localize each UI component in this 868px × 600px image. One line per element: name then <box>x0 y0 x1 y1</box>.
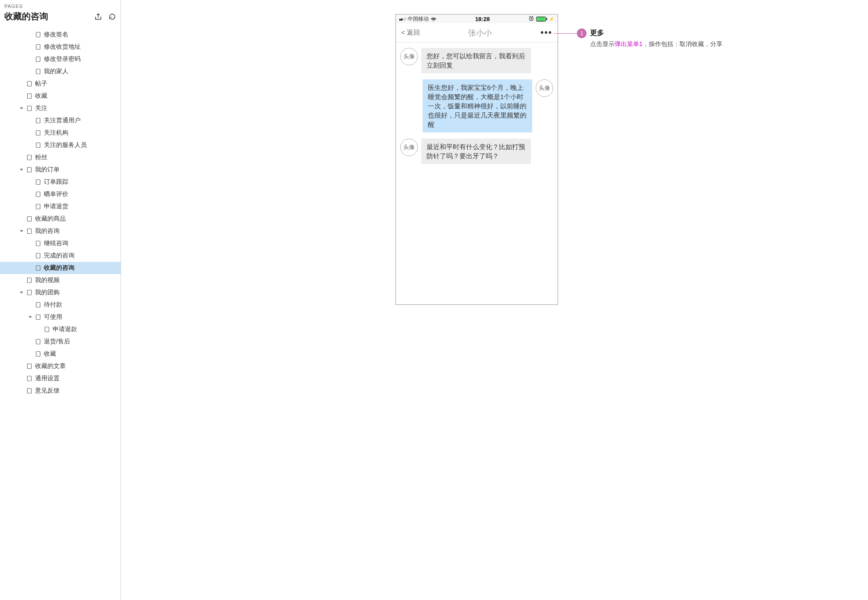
tree-item[interactable]: 我的团购 <box>0 286 121 299</box>
chevron-down-icon[interactable] <box>18 167 25 173</box>
tree-item[interactable]: 帖子 <box>0 78 121 90</box>
tree-item-label: 申请退货 <box>44 203 68 211</box>
more-button[interactable]: ••• <box>541 28 552 38</box>
svg-rect-14 <box>36 204 40 209</box>
tree-item[interactable]: 我的家人 <box>0 65 121 78</box>
tree-item[interactable]: 粉丝 <box>0 151 121 164</box>
message-bubble: 最近和平时有什么变化？比如打预防针了吗？要出牙了吗？ <box>421 139 531 164</box>
tree-item[interactable]: 收藏的文章 <box>0 360 121 372</box>
tree-item[interactable]: 意见反馈 <box>0 385 121 397</box>
tree-item-label: 帖子 <box>35 80 47 88</box>
file-icon <box>26 289 32 296</box>
file-icon <box>26 81 32 87</box>
tree-item-label: 我的团购 <box>35 289 60 296</box>
tree-item[interactable]: 关注机构 <box>0 127 121 139</box>
file-icon <box>35 56 41 62</box>
tree-item[interactable]: 修改收货地址 <box>0 41 121 53</box>
tree-item-label: 收藏的咨询 <box>44 264 75 272</box>
tree-item[interactable]: 申请退款 <box>0 323 121 336</box>
tree-item[interactable]: 收藏 <box>0 90 121 102</box>
tree-item-label: 晒单评价 <box>44 190 68 198</box>
svg-rect-1 <box>36 45 40 50</box>
tree-item[interactable]: 晒单评价 <box>0 188 121 200</box>
tree-item[interactable]: 我的订单 <box>0 164 121 176</box>
svg-rect-25 <box>36 339 40 344</box>
file-icon <box>35 351 41 357</box>
tree-item[interactable]: 可使用 <box>0 311 121 323</box>
chevron-down-icon[interactable] <box>27 314 33 320</box>
file-icon <box>35 204 41 210</box>
file-icon <box>26 228 32 234</box>
tree-item[interactable]: 通用设置 <box>0 372 121 385</box>
file-icon <box>35 314 41 320</box>
file-icon <box>26 93 32 99</box>
file-icon <box>26 216 32 222</box>
chevron-down-icon[interactable] <box>18 105 25 111</box>
file-icon <box>26 375 32 382</box>
back-button[interactable]: < 返回 <box>401 29 420 37</box>
battery-icon <box>536 17 547 21</box>
page-title: 收藏的咨询 <box>4 11 48 22</box>
file-icon <box>35 32 41 38</box>
tree-item[interactable]: 继续咨询 <box>0 237 121 250</box>
tree-item[interactable]: 修改签名 <box>0 29 121 41</box>
tree-item[interactable]: 关注普通用户 <box>0 114 121 127</box>
tree-item[interactable]: 关注的服务人员 <box>0 139 121 151</box>
file-icon <box>35 240 41 246</box>
svg-rect-26 <box>36 352 40 357</box>
avatar: 头像 <box>400 139 418 156</box>
share-icon[interactable] <box>94 13 102 21</box>
device-frame: 中国移动 18:28 ⚡ < 返回 张小小 ••• <box>395 14 558 305</box>
tree-item-label: 收藏 <box>35 92 47 100</box>
tree-item-label: 关注机构 <box>44 129 68 137</box>
tree-item[interactable]: 订单跟踪 <box>0 176 121 188</box>
pages-tree[interactable]: 修改签名修改收货地址修改登录密码我的家人帖子收藏关注关注普通用户关注机构关注的服… <box>0 25 121 600</box>
file-icon <box>35 265 41 271</box>
tree-item[interactable]: 关注 <box>0 102 121 114</box>
svg-rect-8 <box>36 131 40 136</box>
tree-item[interactable]: 收藏的商品 <box>0 213 121 225</box>
tree-item[interactable]: 修改登录密码 <box>0 53 121 65</box>
svg-rect-0 <box>36 32 40 37</box>
avatar: 头像 <box>400 48 418 65</box>
status-time: 18:28 <box>475 16 490 22</box>
svg-rect-23 <box>36 315 40 320</box>
svg-rect-20 <box>28 278 32 283</box>
file-icon <box>44 326 50 332</box>
file-icon <box>35 302 41 308</box>
tree-item[interactable]: 完成的咨询 <box>0 250 121 262</box>
tree-item-label: 订单跟踪 <box>44 178 68 186</box>
tree-item[interactable]: 收藏的咨询 <box>0 262 121 274</box>
tree-item[interactable]: 我的视频 <box>0 274 121 286</box>
tree-item[interactable]: 申请退货 <box>0 200 121 213</box>
carrier-label: 中国移动 <box>408 15 429 23</box>
svg-rect-29 <box>28 389 32 393</box>
file-icon <box>35 142 41 148</box>
tree-item-label: 待付款 <box>44 301 62 309</box>
charging-icon: ⚡ <box>549 17 554 21</box>
annotation-desc: 点击显示弹出菜单1，操作包括：取消收藏，分享 <box>590 39 722 49</box>
tree-item[interactable]: 我的咨询 <box>0 225 121 237</box>
svg-rect-15 <box>28 217 32 221</box>
svg-rect-7 <box>36 118 40 123</box>
tree-item[interactable]: 待付款 <box>0 299 121 311</box>
file-icon <box>26 388 32 394</box>
refresh-icon[interactable] <box>108 13 116 21</box>
chevron-down-icon[interactable] <box>18 228 25 234</box>
svg-rect-12 <box>36 180 40 185</box>
tree-item-label: 关注普通用户 <box>44 117 81 125</box>
signal-icon <box>399 18 406 21</box>
annotation-title: 更多 <box>590 29 722 38</box>
svg-rect-21 <box>28 290 32 295</box>
svg-rect-17 <box>36 241 40 246</box>
message-row: 头像最近和平时有什么变化？比如打预防针了吗？要出牙了吗？ <box>400 139 553 164</box>
chevron-down-icon[interactable] <box>18 289 25 296</box>
tree-item[interactable]: 退货/售后 <box>0 336 121 348</box>
annotation-badge: 1 <box>577 29 587 38</box>
tree-item-label: 关注 <box>35 104 47 112</box>
svg-rect-5 <box>28 94 32 99</box>
tree-item-label: 我的咨询 <box>35 227 60 235</box>
annotation-link[interactable]: 弹出菜单1 <box>615 40 643 47</box>
svg-rect-24 <box>45 327 49 332</box>
tree-item[interactable]: 收藏 <box>0 348 121 360</box>
